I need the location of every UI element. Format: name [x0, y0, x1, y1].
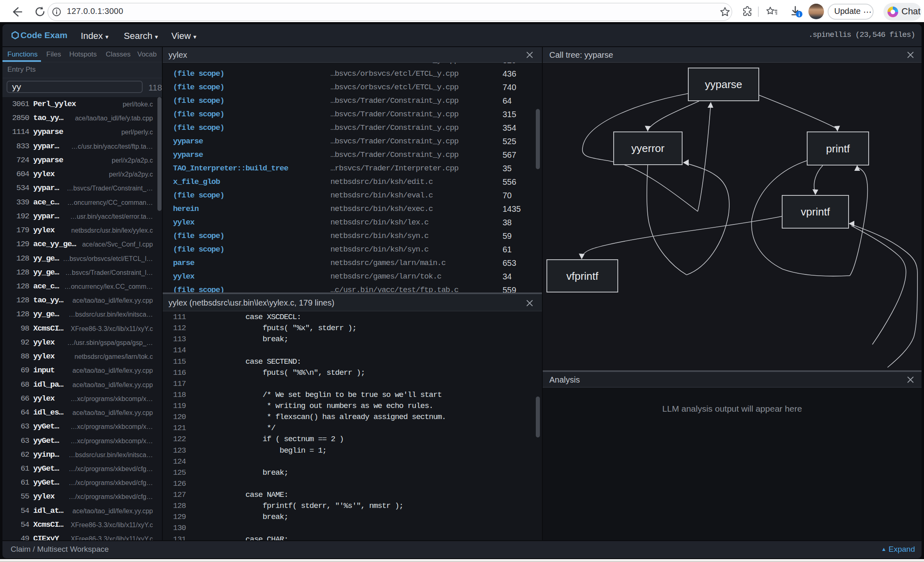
svg-text:vprintf: vprintf: [801, 206, 831, 218]
svg-text:yyparse: yyparse: [705, 78, 742, 91]
svg-text:vfprintf: vfprintf: [566, 270, 599, 282]
svg-text:yyerror: yyerror: [631, 142, 665, 154]
svg-text:printf: printf: [826, 143, 850, 155]
